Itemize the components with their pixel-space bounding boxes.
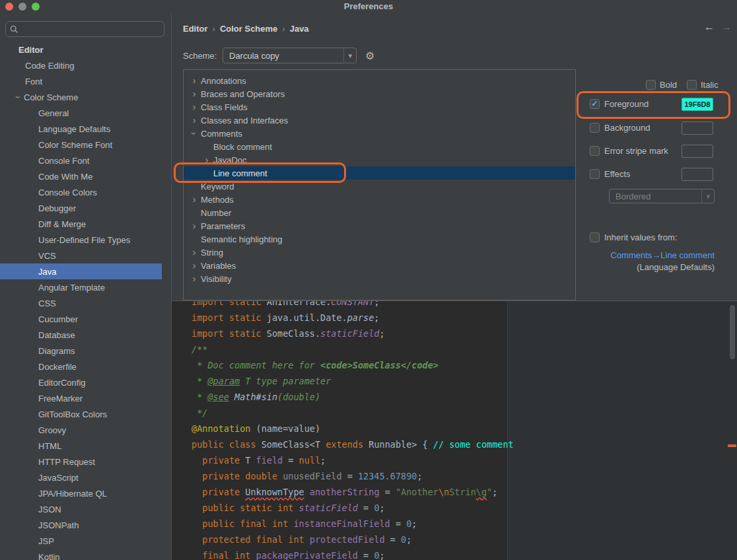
sidebar-item-editorconfig[interactable]: EditorConfig (0, 374, 162, 390)
sidebar-item-code-editing[interactable]: Code Editing (0, 57, 162, 73)
sidebar-item-gittoolbox-colors[interactable]: GitToolBox Colors (0, 406, 162, 422)
element-tree-label: Annotations (201, 76, 246, 86)
sidebar-item-language-defaults[interactable]: Language Defaults (0, 121, 162, 137)
element-tree-item-parameters[interactable]: ›Parameters (184, 219, 575, 232)
forward-arrow-icon[interactable]: → (721, 22, 732, 32)
chevron-down-icon[interactable]: › (190, 128, 199, 139)
sidebar-item-console-font[interactable]: Console Font (0, 153, 162, 168)
sidebar-item-color-scheme-font[interactable]: Color Scheme Font (0, 137, 162, 153)
background-checkbox[interactable] (590, 123, 600, 133)
settings-nav-tree: EditorCode EditingFont›Color SchemeGener… (0, 42, 171, 560)
element-tree-item-annotations[interactable]: ›Annotations (184, 74, 575, 87)
sidebar-item-debugger[interactable]: Debugger (0, 200, 162, 216)
sidebar-item-angular-template[interactable]: Angular Template (0, 279, 162, 295)
color-swatch-background[interactable] (682, 122, 713, 135)
element-tree-label: Braces and Operators (201, 89, 285, 99)
element-tree-item-variables[interactable]: ›Variables (184, 259, 575, 272)
color-swatch-error-stripe-mark[interactable] (682, 145, 713, 158)
element-tree-item-line-comment[interactable]: Line comment (184, 166, 575, 180)
sidebar-item-label: Color Scheme (24, 92, 78, 102)
scheme-select[interactable]: Darcula copy ▾ (223, 48, 357, 63)
sidebar-item-dockerfile[interactable]: Dockerfile (0, 359, 162, 374)
element-tree-item-number[interactable]: Number (184, 206, 575, 219)
code-scrollbar-thumb[interactable] (730, 305, 735, 359)
element-tree-label: Visibility (201, 274, 232, 284)
element-tree-item-block-comment[interactable]: Block comment (184, 140, 575, 153)
scheme-settings-gear-icon[interactable]: ⚙ (365, 50, 374, 62)
sidebar-item-label: Code With Me (38, 172, 92, 182)
chevron-right-icon[interactable]: › (189, 195, 199, 204)
element-tree-item-class-fields[interactable]: ›Class Fields (184, 100, 575, 114)
sidebar-item-console-colors[interactable]: Console Colors (0, 184, 162, 200)
sidebar-item-diff-merge[interactable]: Diff & Merge (0, 216, 162, 232)
sidebar-item-javascript[interactable]: JavaScript (0, 470, 162, 485)
sidebar-item-editor[interactable]: Editor (0, 42, 162, 57)
back-arrow-icon[interactable]: ← (704, 22, 715, 32)
sidebar-item-user-defined-file-types[interactable]: User-Defined File Types (0, 232, 162, 248)
chevron-right-icon[interactable]: › (189, 221, 199, 230)
effects-checkbox[interactable] (590, 169, 600, 179)
breadcrumb-java[interactable]: Java (290, 24, 309, 34)
sidebar-item-jpa-hibernate-ql[interactable]: JPA/Hibernate QL (0, 485, 162, 501)
code-line: * @param T type parameter (192, 373, 514, 389)
sidebar-item-java[interactable]: Java (0, 263, 162, 279)
element-tree: ›Annotations›Braces and Operators›Class … (184, 74, 575, 285)
element-tree-item-keyword[interactable]: Keyword (184, 180, 575, 193)
chevron-right-icon[interactable]: › (189, 248, 199, 257)
color-swatch-foreground[interactable]: 19F6D8 (682, 98, 713, 111)
chevron-right-icon[interactable]: › (201, 155, 212, 164)
foreground-checkbox[interactable]: ✓ (590, 99, 600, 109)
element-tree-item-visibility[interactable]: ›Visibility (184, 272, 575, 285)
sidebar-item-groovy[interactable]: Groovy (0, 422, 162, 438)
chevron-right-icon[interactable]: › (189, 274, 199, 283)
sidebar-item-jsonpath[interactable]: JSONPath (0, 517, 162, 533)
sidebar-item-label: Groovy (38, 425, 66, 435)
element-tree-item-classes-and-interfaces[interactable]: ›Classes and Interfaces (184, 114, 575, 127)
code-preview: import static AnInterface.CONSTANT;impor… (172, 300, 737, 560)
element-tree-item-javadoc[interactable]: ›JavaDoc (184, 153, 575, 166)
sidebar-item-label: JSP (38, 536, 54, 546)
sidebar-item-color-scheme[interactable]: ›Color Scheme (0, 89, 162, 105)
sidebar-item-database[interactable]: Database (0, 327, 162, 343)
chevron-right-icon[interactable]: › (189, 89, 199, 98)
color-swatch-effects[interactable] (682, 168, 713, 181)
error-stripe-mark-checkbox[interactable] (590, 146, 600, 156)
sidebar-item-css[interactable]: CSS (0, 295, 162, 311)
breadcrumb-color-scheme[interactable]: Color Scheme (220, 24, 277, 34)
chevron-down-icon[interactable]: › (14, 92, 23, 102)
breadcrumb-separator: › (282, 24, 285, 34)
inherit-source-link[interactable]: Comments→Line comment (611, 250, 715, 260)
breadcrumb-editor[interactable]: Editor (183, 24, 208, 34)
element-tree-label: Keyword (201, 182, 234, 192)
inherit-checkbox[interactable] (590, 232, 600, 242)
chevron-right-icon[interactable]: › (189, 261, 199, 270)
element-tree-label: Variables (201, 261, 236, 271)
sidebar-item-freemarker[interactable]: FreeMarker (0, 390, 162, 406)
sidebar-item-json[interactable]: JSON (0, 501, 162, 517)
sidebar-item-general[interactable]: General (0, 105, 162, 121)
sidebar-item-vcs[interactable]: VCS (0, 248, 162, 263)
element-tree-item-braces-and-operators[interactable]: ›Braces and Operators (184, 87, 575, 100)
attribute-row-error-stripe-mark: Error stripe mark (579, 145, 737, 158)
element-tree-item-string[interactable]: ›String (184, 246, 575, 259)
sidebar-item-diagrams[interactable]: Diagrams (0, 343, 162, 359)
sidebar-item-http-request[interactable]: HTTP Request (0, 454, 162, 470)
settings-search-box[interactable] (5, 21, 164, 37)
sidebar-item-code-with-me[interactable]: Code With Me (0, 168, 162, 184)
sidebar-item-html[interactable]: HTML (0, 438, 162, 454)
chevron-right-icon[interactable]: › (189, 116, 199, 125)
sidebar-item-jsp[interactable]: JSP (0, 533, 162, 549)
sidebar-item-label: Color Scheme Font (38, 140, 112, 150)
element-tree-item-semantic-highlighting[interactable]: Semantic highlighting (184, 232, 575, 246)
sidebar-item-font[interactable]: Font (0, 73, 162, 89)
chevron-right-icon[interactable]: › (189, 76, 199, 85)
sidebar-item-label: Console Font (38, 156, 89, 166)
search-input[interactable] (21, 24, 160, 34)
sidebar-item-cucumber[interactable]: Cucumber (0, 311, 162, 327)
chevron-right-icon[interactable]: › (189, 102, 199, 112)
element-tree-item-methods[interactable]: ›Methods (184, 193, 575, 206)
sidebar-item-kotlin[interactable]: Kotlin (0, 549, 162, 560)
sidebar-item-label: JavaScript (38, 473, 79, 483)
element-tree-item-comments[interactable]: ›Comments (184, 127, 575, 140)
error-stripe-mark[interactable] (728, 444, 736, 447)
